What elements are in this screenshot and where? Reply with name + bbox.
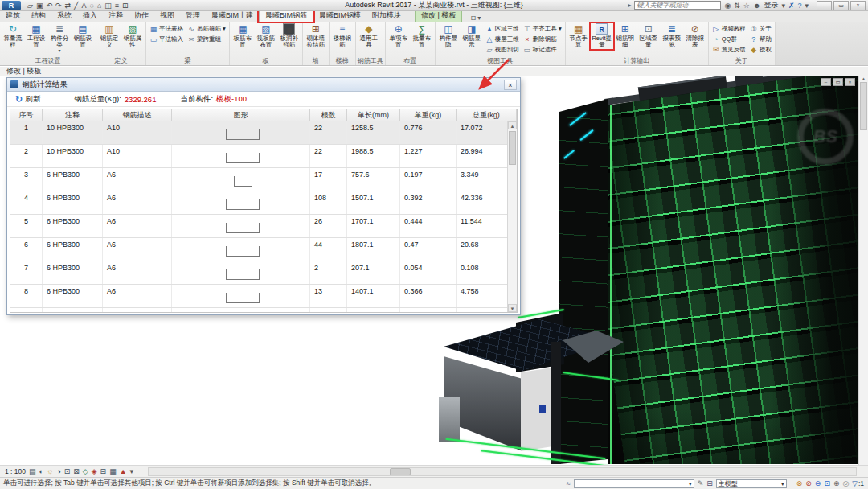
refresh-button[interactable]: ↻ 刷新 [15,94,40,105]
ribbon-tab-collaborate[interactable]: 协作 [129,10,154,22]
user-icon[interactable]: ☻ [753,2,760,10]
ribbon-button-hanger-stirrup[interactable]: ∿吊筋箍筋 ▾ [186,23,227,34]
scroll-up-icon[interactable]: ▲ [859,76,868,81]
ribbon-button-component-category[interactable]: ≣构件分类▾ [48,23,71,53]
ribbon-button-region-quantity[interactable]: ⊡区域查量 [637,23,660,49]
ribbon-button-node-hand-calc[interactable]: ▦节点手算 [567,23,590,49]
close-button[interactable]: × [850,1,866,10]
table-row[interactable]: 36 HPB300A617757.60.1973.349 [10,168,517,191]
sun-path-icon[interactable]: ☼ [47,467,53,475]
undo-icon[interactable]: ↶ [46,1,52,10]
ribbon-tab-chenxi-bim-civil[interactable]: 晨曦BIM土建 [206,10,259,22]
ribbon-button-floor-3d[interactable]: △楼层三维 [484,34,521,44]
open-file-icon[interactable]: ▱ [27,1,33,10]
ribbon-button-feedback[interactable]: ✉意见反馈 [710,44,747,55]
ribbon-button-beam-span-regroup[interactable]: ≍梁跨重组 [186,34,227,44]
ribbon-button-rebar-display[interactable]: ◨钢筋显示 [461,23,483,49]
ribbon-button-flat-method-input[interactable]: ▭平法输入 [148,34,185,44]
minimize-button[interactable]: – [817,1,832,10]
sign-in-label[interactable]: 登录 [764,0,778,10]
ribbon-tab-annotate[interactable]: 注释 [103,10,129,22]
exchange-apps-icon[interactable]: ✗ [788,2,795,10]
ribbon-button-flat-method-table[interactable]: ▦平法表格 [148,23,185,34]
subscription-center-icon[interactable]: ⇅ [734,2,740,10]
dropdown-arrow-icon[interactable]: ▾ [781,2,785,10]
editing-requests-icon[interactable]: ✎ [698,479,704,487]
table-row[interactable]: 46 HPB300A61081507.10.39242.336 [10,191,517,215]
ribbon-button-batch-layout[interactable]: ∑批量布置 [411,23,433,49]
scroll-down-icon[interactable]: ▼ [508,304,517,312]
view-minimize-button[interactable]: – [821,78,831,86]
table-row[interactable]: 110 HPB300A10221258.50.77617.072 [10,121,517,145]
shadows-icon[interactable]: ◑ [56,467,60,475]
dialog-title-bar[interactable]: 钢筋计算结果 × [7,78,520,92]
ribbon-button-mark-selection[interactable]: ▭标记选件 [522,44,563,55]
scale-button[interactable]: 1 : 100 [5,467,26,475]
ribbon-tab-manage[interactable]: 管理 [180,10,206,22]
ribbon-button-quantity-workflow[interactable]: ↻算量流程 [2,23,24,49]
ribbon-button-slab-rebar-layout[interactable]: ▦板筋布置 [231,23,254,49]
vcb-more-icon[interactable]: ▾ [130,467,134,475]
ribbon-button-project-setup[interactable]: ▦工程设置 [25,23,47,49]
select-links-toggle[interactable]: ⊗ [796,479,803,487]
restore-button[interactable]: ▭ [833,1,849,10]
reveal-hidden-icon[interactable]: ◈ [92,467,97,475]
scrollbar-thumb[interactable] [390,468,411,475]
vertical-scrollbar[interactable]: ▲ [858,76,868,465]
scrollbar-thumb[interactable] [509,131,516,165]
ribbon-button-slab-opening-reinforce[interactable]: ▣板洞补强筋 [278,23,301,49]
view-close-button[interactable]: × [845,78,855,86]
background-process-icon[interactable]: ◎ [843,479,850,487]
ribbon-button-clear-report[interactable]: ⊘清除报表 [684,23,706,49]
redo-icon[interactable]: ↷ [55,1,62,10]
table-row[interactable]: 76 HPB300A62207.10.0540.108 [10,261,517,285]
ribbon-button-raft-rebar-layout[interactable]: ▨筏板筋布置 [255,23,277,49]
default-3d-view-icon[interactable]: ⌂ [97,1,101,10]
ribbon-button-general-tools[interactable]: ◆通用工具 [358,23,380,49]
switch-windows-icon[interactable]: ⊞ [122,1,129,10]
ribbon-button-video-tutorial[interactable]: ▷视频教程 [710,23,747,34]
ribbon-tab-systems[interactable]: 系统 [51,10,77,22]
select-by-face-toggle[interactable]: ⊡ [824,479,830,487]
tag-icon[interactable]: ◌ [90,1,94,10]
active-workset-select[interactable]: ▾ [574,479,694,488]
ribbon-tab-chenxi-bim-formwork[interactable]: 晨曦BIM钢模 [313,10,366,22]
table-row[interactable]: 96 HRB400C69910330.42.686265.914 [10,308,517,313]
sync-icon[interactable]: ⇄ [65,1,72,10]
ribbon-button-rebar-properties[interactable]: ▧钢筋属性 [121,23,144,49]
ribbon-button-region-3d[interactable]: ▲区域三维 [484,23,521,34]
horizontal-scrollbar[interactable] [148,467,857,476]
filter-button[interactable]: ▽ :1 [852,479,864,487]
drag-on-selection-toggle[interactable]: ⊕ [833,479,840,487]
table-row[interactable]: 56 HPB300A6261707.10.44411.544 [10,215,517,238]
detail-level-icon[interactable]: ▤ [29,467,36,475]
scrollbar-thumb[interactable] [860,82,867,130]
search-icon[interactable]: ◉ [724,2,731,10]
ribbon-button-masonry-tie-rebar[interactable]: ⊞砌体墙拉结筋 [305,23,327,49]
show-crop-icon[interactable]: ⊠ [73,467,80,475]
help-icon[interactable]: ? [797,2,801,10]
ribbon-button-stair-rebar[interactable]: ≡楼梯钢筋 [331,23,354,49]
revit-logo-icon[interactable]: R [2,1,21,10]
table-row[interactable]: 66 HPB300A6441807.10.4720.68 [10,238,517,261]
temporary-view-properties-icon[interactable]: ▦ [109,467,117,475]
ribbon-button-qq-group[interactable]: ◔QQ群 [710,34,747,44]
dialog-close-button[interactable]: × [504,80,517,90]
view-restore-button[interactable]: ▭ [833,78,843,86]
ribbon-button-rebar-schedule[interactable]: ⊞钢筋明细 [614,23,637,49]
ribbon-button-rebar-settings[interactable]: ▤钢筋设置 [72,23,94,49]
infocenter-toggle-icon[interactable]: ▸ [628,2,631,9]
ribbon-button-help[interactable]: ?帮助 [748,34,773,44]
worksets-icon[interactable]: ≈ [567,479,571,487]
ribbon-button-view-section[interactable]: ▱视图剖切 [484,44,521,55]
ribbon-button-license[interactable]: ◆授权 [748,44,773,55]
ribbon-button-single-layout[interactable]: ⊕单项布置 [387,23,410,49]
ribbon-button-revit-takeoff[interactable]: RRevit提量 [591,23,613,49]
select-pinned-toggle[interactable]: ⊖ [815,479,821,487]
ribbon-tab-view[interactable]: 视图 [154,10,180,22]
ribbon-tab-structure[interactable]: 结构 [26,10,51,22]
design-options-select[interactable]: 主模型▾ [716,479,787,488]
search-input[interactable] [634,1,721,10]
worksharing-display-icon[interactable]: ⊟ [100,467,107,475]
ribbon-button-about-info[interactable]: ①关于 [748,23,773,34]
